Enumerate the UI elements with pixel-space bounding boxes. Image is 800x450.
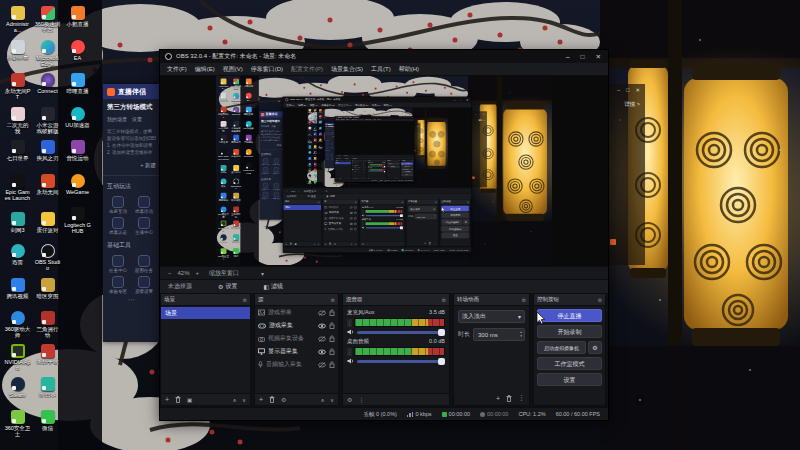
desktop-icon[interactable]: 二次元的我 <box>4 107 31 134</box>
obs-preview-canvas[interactable]: Administra... 仙剑世界 永劫无间PT 二次元的我 七日世界 Epi… <box>160 76 608 266</box>
companion-item[interactable]: 连麦互动 <box>105 196 131 214</box>
stop-streaming-button[interactable]: 停止直播 <box>537 309 602 322</box>
speaker-icon[interactable] <box>347 358 354 364</box>
scene-up-icon[interactable]: ∧ <box>233 397 237 403</box>
source-filters-button[interactable]: ◧ 滤镜 <box>263 282 283 291</box>
menu-scene-collection[interactable]: 场景集合(S) <box>331 65 363 74</box>
menu-view[interactable]: 视图(V) <box>223 65 243 74</box>
unlock-icon[interactable] <box>329 322 335 329</box>
source-row[interactable]: 游戏形象 <box>255 306 338 319</box>
scene-down-icon[interactable]: ∨ <box>242 397 246 403</box>
kebab-menu-icon[interactable]: ⋮ <box>358 396 364 403</box>
menu-help[interactable]: 帮助(H) <box>399 65 419 74</box>
desktop-icon[interactable]: 小米云游戏破解版 <box>34 107 61 134</box>
unlock-icon[interactable] <box>329 309 335 316</box>
add-transition-icon[interactable]: + <box>496 395 500 402</box>
add-scene-icon[interactable]: + <box>165 396 169 403</box>
desktop-icon[interactable]: 音悦运动 <box>64 140 91 161</box>
companion-item[interactable]: 星图任务 <box>131 255 157 273</box>
remove-source-icon[interactable] <box>269 396 275 403</box>
desktop-icon[interactable]: 仙剑世界 <box>4 40 31 61</box>
desktop-icon[interactable]: 七日世界 <box>4 140 31 161</box>
scene-list-item-selected[interactable]: 场景 <box>161 307 250 319</box>
remove-transition-icon[interactable] <box>506 395 512 402</box>
menu-file[interactable]: 文件(F) <box>167 65 187 74</box>
remove-scene-icon[interactable] <box>175 396 181 403</box>
desktop-icon[interactable]: 小鹅直播 <box>64 6 91 27</box>
desktop-icon[interactable]: WeGame <box>64 174 91 195</box>
unlock-icon[interactable] <box>329 335 335 342</box>
close-icon[interactable]: ✕ <box>635 87 640 93</box>
drag-grip-icon[interactable]: ⋮ <box>347 319 352 327</box>
transition-select[interactable]: 淡入淡出 ▾ <box>458 310 525 323</box>
panel-options-icon[interactable]: ⚙ <box>442 297 446 303</box>
companion-item[interactable]: 弹幕活动 <box>131 196 157 214</box>
add-source-icon[interactable]: + <box>259 396 263 403</box>
desktop-icon[interactable]: 360极速浏览器 <box>34 6 61 33</box>
desktop-icon[interactable]: Administra... <box>4 6 31 33</box>
unlock-icon[interactable] <box>329 348 335 355</box>
panel-options-icon[interactable]: ⚙ <box>522 297 526 303</box>
start-virtual-camera-button[interactable]: 启动虚拟摄像机 <box>537 341 586 354</box>
eye-slash-icon[interactable] <box>318 310 326 316</box>
source-row[interactable]: 视频采集设备 <box>255 332 338 345</box>
desktop-icon[interactable]: UU加速器 <box>64 107 91 128</box>
close-icon[interactable]: ✕ <box>596 53 601 61</box>
panel-options-icon[interactable]: ⚙ <box>243 297 247 303</box>
more-ellipsis[interactable]: ⋯ <box>103 297 160 302</box>
desktop-icon[interactable]: Connect <box>34 73 61 94</box>
companion-tabs[interactable]: 我的场景 设置 <box>107 116 156 122</box>
source-row[interactable]: 游戏采集 <box>255 319 338 332</box>
zoom-out-icon[interactable]: − <box>168 270 172 276</box>
desktop-icon[interactable]: NVIDIA App <box>4 344 31 371</box>
eye-icon[interactable] <box>318 349 326 355</box>
minimize-icon[interactable]: – <box>566 53 570 61</box>
companion-item[interactable]: 弹幕认证 <box>105 217 131 235</box>
companion-new-button[interactable]: + 新建 <box>107 162 156 169</box>
desktop-icon[interactable]: 360安全卫士 <box>4 410 31 437</box>
desktop-icon[interactable]: Microsoft Edge <box>34 40 61 67</box>
duration-input[interactable]: 300 ms ▴▾ <box>473 328 525 341</box>
volume-slider[interactable] <box>357 331 445 334</box>
desktop-icon[interactable]: 腾讯视频 <box>4 278 31 299</box>
menu-profile[interactable]: 配置文件(P) <box>291 65 323 74</box>
source-row[interactable]: 显示器采集 <box>255 345 338 358</box>
speaker-icon[interactable] <box>347 329 354 335</box>
volume-slider[interactable] <box>357 360 445 363</box>
zoom-in-icon[interactable]: + <box>196 270 200 276</box>
unlock-icon[interactable] <box>329 361 335 368</box>
desktop-icon[interactable]: 疾风之刃 <box>34 140 61 161</box>
desktop-icon[interactable]: Logitech G HUB <box>64 207 91 234</box>
desktop-icon[interactable]: 剑网3 <box>4 212 31 233</box>
chevron-down-icon[interactable]: ▾ <box>261 270 264 277</box>
spin-down-icon[interactable]: ▾ <box>520 335 522 339</box>
source-row[interactable]: 音频输入采集 <box>255 358 338 371</box>
source-properties-icon[interactable]: ⚙ <box>281 396 286 403</box>
maximize-icon[interactable]: □ <box>626 87 629 93</box>
desktop-icon[interactable]: EA <box>64 40 91 61</box>
desktop-icon[interactable]: Steam <box>4 377 31 398</box>
obs-titlebar[interactable]: OBS 32.0.4 - 配置文件: 未命名 - 场景: 未命名 – □ ✕ <box>160 50 608 63</box>
minimize-icon[interactable]: – <box>617 87 620 93</box>
menu-tools[interactable]: 工具(T) <box>371 65 391 74</box>
desktop-icon[interactable]: 暗区突围 <box>34 278 61 299</box>
eye-slash-icon[interactable] <box>318 336 326 342</box>
desktop-icon[interactable]: 永劫无间PT <box>4 73 31 100</box>
companion-item[interactable]: 任务中心 <box>105 255 131 273</box>
start-recording-button[interactable]: 开始录制 <box>537 325 602 338</box>
detail-link[interactable]: 详情 > <box>606 93 645 108</box>
kebab-menu-icon[interactable]: ⋮ <box>518 394 525 402</box>
desktop-icon[interactable]: 蛋仔派对 <box>34 212 61 233</box>
desktop-icon[interactable]: OBS Studio <box>34 244 61 271</box>
desktop-icon[interactable]: 哔哩直播 <box>64 73 91 94</box>
source-properties-button[interactable]: ⚙ 设置 <box>218 282 237 291</box>
studio-mode-button[interactable]: 工作室模式 <box>537 357 602 370</box>
desktop-icon[interactable]: 迅雷 <box>4 244 31 265</box>
panel-options-icon[interactable]: ⚙ <box>331 297 335 303</box>
mixer-settings-icon[interactable]: ⚙ <box>347 396 352 403</box>
duplicate-scene-icon[interactable]: ▣ <box>187 397 192 403</box>
zoom-fit-label[interactable]: 缩放至窗口 <box>209 269 239 278</box>
panel-options-icon[interactable]: ⚙ <box>598 297 602 303</box>
desktop-icon[interactable]: 永劫无间 <box>34 174 61 195</box>
desktop-icon[interactable]: 360驱动大师 <box>4 311 31 338</box>
